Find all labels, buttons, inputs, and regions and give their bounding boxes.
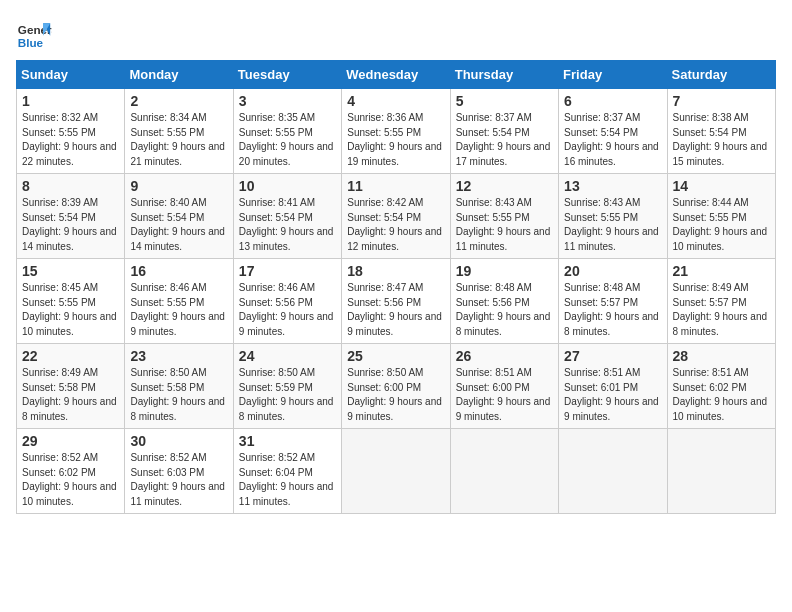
day-info: Sunrise: 8:45 AMSunset: 5:55 PMDaylight:… — [22, 282, 117, 337]
calendar-cell: 17 Sunrise: 8:46 AMSunset: 5:56 PMDaylig… — [233, 259, 341, 344]
calendar-cell: 6 Sunrise: 8:37 AMSunset: 5:54 PMDayligh… — [559, 89, 667, 174]
day-number: 1 — [22, 93, 119, 109]
day-info: Sunrise: 8:51 AMSunset: 6:02 PMDaylight:… — [673, 367, 768, 422]
day-number: 3 — [239, 93, 336, 109]
calendar-table: SundayMondayTuesdayWednesdayThursdayFrid… — [16, 60, 776, 514]
calendar-week-1: 1 Sunrise: 8:32 AMSunset: 5:55 PMDayligh… — [17, 89, 776, 174]
day-number: 25 — [347, 348, 444, 364]
day-number: 10 — [239, 178, 336, 194]
day-number: 8 — [22, 178, 119, 194]
calendar-header-row: SundayMondayTuesdayWednesdayThursdayFrid… — [17, 61, 776, 89]
calendar-cell: 26 Sunrise: 8:51 AMSunset: 6:00 PMDaylig… — [450, 344, 558, 429]
calendar-week-4: 22 Sunrise: 8:49 AMSunset: 5:58 PMDaylig… — [17, 344, 776, 429]
day-info: Sunrise: 8:37 AMSunset: 5:54 PMDaylight:… — [564, 112, 659, 167]
day-info: Sunrise: 8:32 AMSunset: 5:55 PMDaylight:… — [22, 112, 117, 167]
header-saturday: Saturday — [667, 61, 775, 89]
calendar-cell: 8 Sunrise: 8:39 AMSunset: 5:54 PMDayligh… — [17, 174, 125, 259]
day-info: Sunrise: 8:43 AMSunset: 5:55 PMDaylight:… — [564, 197, 659, 252]
calendar-cell: 14 Sunrise: 8:44 AMSunset: 5:55 PMDaylig… — [667, 174, 775, 259]
day-number: 5 — [456, 93, 553, 109]
svg-text:Blue: Blue — [18, 36, 44, 49]
day-number: 14 — [673, 178, 770, 194]
calendar-cell: 20 Sunrise: 8:48 AMSunset: 5:57 PMDaylig… — [559, 259, 667, 344]
header-wednesday: Wednesday — [342, 61, 450, 89]
calendar-cell — [450, 429, 558, 514]
page-header: General Blue — [16, 16, 776, 52]
day-number: 21 — [673, 263, 770, 279]
day-info: Sunrise: 8:49 AMSunset: 5:57 PMDaylight:… — [673, 282, 768, 337]
logo-icon: General Blue — [16, 16, 52, 52]
calendar-cell: 21 Sunrise: 8:49 AMSunset: 5:57 PMDaylig… — [667, 259, 775, 344]
day-info: Sunrise: 8:34 AMSunset: 5:55 PMDaylight:… — [130, 112, 225, 167]
day-number: 24 — [239, 348, 336, 364]
calendar-cell: 28 Sunrise: 8:51 AMSunset: 6:02 PMDaylig… — [667, 344, 775, 429]
day-info: Sunrise: 8:52 AMSunset: 6:02 PMDaylight:… — [22, 452, 117, 507]
calendar-cell: 31 Sunrise: 8:52 AMSunset: 6:04 PMDaylig… — [233, 429, 341, 514]
calendar-cell: 16 Sunrise: 8:46 AMSunset: 5:55 PMDaylig… — [125, 259, 233, 344]
day-number: 15 — [22, 263, 119, 279]
day-info: Sunrise: 8:43 AMSunset: 5:55 PMDaylight:… — [456, 197, 551, 252]
calendar-cell: 18 Sunrise: 8:47 AMSunset: 5:56 PMDaylig… — [342, 259, 450, 344]
day-info: Sunrise: 8:46 AMSunset: 5:55 PMDaylight:… — [130, 282, 225, 337]
calendar-cell: 29 Sunrise: 8:52 AMSunset: 6:02 PMDaylig… — [17, 429, 125, 514]
calendar-cell — [667, 429, 775, 514]
day-number: 2 — [130, 93, 227, 109]
day-number: 28 — [673, 348, 770, 364]
day-info: Sunrise: 8:47 AMSunset: 5:56 PMDaylight:… — [347, 282, 442, 337]
calendar-cell: 11 Sunrise: 8:42 AMSunset: 5:54 PMDaylig… — [342, 174, 450, 259]
calendar-cell: 1 Sunrise: 8:32 AMSunset: 5:55 PMDayligh… — [17, 89, 125, 174]
calendar-cell: 15 Sunrise: 8:45 AMSunset: 5:55 PMDaylig… — [17, 259, 125, 344]
day-info: Sunrise: 8:49 AMSunset: 5:58 PMDaylight:… — [22, 367, 117, 422]
day-info: Sunrise: 8:52 AMSunset: 6:04 PMDaylight:… — [239, 452, 334, 507]
header-friday: Friday — [559, 61, 667, 89]
header-tuesday: Tuesday — [233, 61, 341, 89]
header-thursday: Thursday — [450, 61, 558, 89]
calendar-cell: 12 Sunrise: 8:43 AMSunset: 5:55 PMDaylig… — [450, 174, 558, 259]
day-number: 18 — [347, 263, 444, 279]
header-monday: Monday — [125, 61, 233, 89]
calendar-cell: 23 Sunrise: 8:50 AMSunset: 5:58 PMDaylig… — [125, 344, 233, 429]
day-info: Sunrise: 8:44 AMSunset: 5:55 PMDaylight:… — [673, 197, 768, 252]
day-info: Sunrise: 8:42 AMSunset: 5:54 PMDaylight:… — [347, 197, 442, 252]
calendar-cell — [559, 429, 667, 514]
calendar-cell: 13 Sunrise: 8:43 AMSunset: 5:55 PMDaylig… — [559, 174, 667, 259]
calendar-cell: 30 Sunrise: 8:52 AMSunset: 6:03 PMDaylig… — [125, 429, 233, 514]
day-info: Sunrise: 8:36 AMSunset: 5:55 PMDaylight:… — [347, 112, 442, 167]
day-info: Sunrise: 8:51 AMSunset: 6:01 PMDaylight:… — [564, 367, 659, 422]
day-number: 31 — [239, 433, 336, 449]
calendar-cell: 2 Sunrise: 8:34 AMSunset: 5:55 PMDayligh… — [125, 89, 233, 174]
day-number: 23 — [130, 348, 227, 364]
day-info: Sunrise: 8:37 AMSunset: 5:54 PMDaylight:… — [456, 112, 551, 167]
calendar-cell: 3 Sunrise: 8:35 AMSunset: 5:55 PMDayligh… — [233, 89, 341, 174]
day-info: Sunrise: 8:48 AMSunset: 5:56 PMDaylight:… — [456, 282, 551, 337]
calendar-cell: 10 Sunrise: 8:41 AMSunset: 5:54 PMDaylig… — [233, 174, 341, 259]
day-number: 22 — [22, 348, 119, 364]
calendar-cell: 4 Sunrise: 8:36 AMSunset: 5:55 PMDayligh… — [342, 89, 450, 174]
day-number: 29 — [22, 433, 119, 449]
day-info: Sunrise: 8:35 AMSunset: 5:55 PMDaylight:… — [239, 112, 334, 167]
day-number: 27 — [564, 348, 661, 364]
calendar-cell: 22 Sunrise: 8:49 AMSunset: 5:58 PMDaylig… — [17, 344, 125, 429]
day-info: Sunrise: 8:50 AMSunset: 6:00 PMDaylight:… — [347, 367, 442, 422]
header-sunday: Sunday — [17, 61, 125, 89]
day-info: Sunrise: 8:50 AMSunset: 5:59 PMDaylight:… — [239, 367, 334, 422]
day-number: 9 — [130, 178, 227, 194]
day-number: 13 — [564, 178, 661, 194]
calendar-cell: 5 Sunrise: 8:37 AMSunset: 5:54 PMDayligh… — [450, 89, 558, 174]
day-info: Sunrise: 8:38 AMSunset: 5:54 PMDaylight:… — [673, 112, 768, 167]
day-info: Sunrise: 8:39 AMSunset: 5:54 PMDaylight:… — [22, 197, 117, 252]
day-number: 4 — [347, 93, 444, 109]
calendar-cell: 19 Sunrise: 8:48 AMSunset: 5:56 PMDaylig… — [450, 259, 558, 344]
calendar-cell: 7 Sunrise: 8:38 AMSunset: 5:54 PMDayligh… — [667, 89, 775, 174]
calendar-cell: 27 Sunrise: 8:51 AMSunset: 6:01 PMDaylig… — [559, 344, 667, 429]
day-number: 19 — [456, 263, 553, 279]
day-info: Sunrise: 8:46 AMSunset: 5:56 PMDaylight:… — [239, 282, 334, 337]
logo: General Blue — [16, 16, 52, 52]
day-info: Sunrise: 8:51 AMSunset: 6:00 PMDaylight:… — [456, 367, 551, 422]
day-info: Sunrise: 8:48 AMSunset: 5:57 PMDaylight:… — [564, 282, 659, 337]
day-number: 16 — [130, 263, 227, 279]
day-info: Sunrise: 8:52 AMSunset: 6:03 PMDaylight:… — [130, 452, 225, 507]
calendar-cell: 9 Sunrise: 8:40 AMSunset: 5:54 PMDayligh… — [125, 174, 233, 259]
day-number: 12 — [456, 178, 553, 194]
day-number: 26 — [456, 348, 553, 364]
